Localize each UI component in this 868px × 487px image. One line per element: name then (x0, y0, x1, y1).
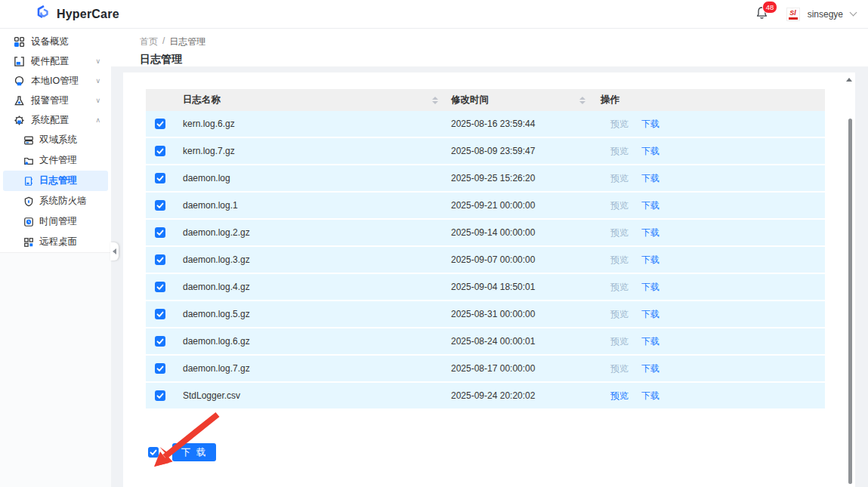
modified-time: 2025-09-04 18:50:01 (443, 282, 593, 292)
modified-time: 2025-08-09 23:59:47 (443, 146, 593, 156)
row-checkbox[interactable] (155, 227, 165, 238)
log-name: kern.log.6.gz (174, 119, 443, 129)
firewall-icon (23, 196, 34, 207)
chevron-down-icon: ∨ (95, 57, 100, 65)
log-name: daemon.log.3.gz (174, 254, 443, 265)
modified-time: 2025-08-16 23:59:44 (443, 119, 593, 129)
sidebar-subitem[interactable]: 双域系统 (3, 130, 108, 150)
download-link[interactable]: 下载 (641, 308, 659, 321)
log-manage-icon (23, 176, 34, 186)
app-title: HyperCare (57, 8, 119, 21)
sidebar-subitem[interactable]: 远程桌面 (3, 232, 108, 252)
download-link[interactable]: 下载 (641, 281, 659, 294)
chevron-down-icon: ∨ (95, 97, 100, 104)
table-row: daemon.log.6.gz2025-08-24 00:00:01预览下载 (146, 328, 825, 356)
log-name: daemon.log.6.gz (174, 336, 443, 347)
sidebar-item[interactable]: 硬件配置∨ (0, 51, 111, 71)
sidebar-menu: 设备概览硬件配置∨本地IO管理∨报警管理∨系统配置∧双域系统文件管理日志管理系统… (0, 29, 111, 252)
sidebar-collapse-handle[interactable] (110, 242, 119, 260)
download-link[interactable]: 下载 (641, 390, 659, 402)
sidebar-item[interactable]: 设备概览 (0, 32, 111, 51)
row-checkbox[interactable] (155, 200, 165, 211)
clock-icon (23, 217, 34, 227)
preview-link: 预览 (610, 308, 629, 321)
download-link[interactable]: 下载 (641, 172, 659, 185)
page-header: 首页 / 日志管理 日志管理 (111, 29, 868, 66)
row-checkbox[interactable] (155, 309, 165, 319)
table-row: kern.log.6.gz2025-08-16 23:59:44预览下载 (146, 111, 825, 138)
dual-domain-icon (23, 135, 34, 146)
top-bar: HyperCare 48 Sl sinsegye (0, 0, 868, 29)
username[interactable]: sinsegye (808, 9, 843, 20)
select-all-checkbox[interactable] (148, 447, 159, 458)
sidebar-subitem-label: 双域系统 (39, 134, 77, 146)
sidebar-subitem-active[interactable]: 日志管理 (3, 171, 108, 191)
row-checkbox[interactable] (155, 282, 165, 292)
download-button[interactable]: 下 载 (172, 443, 216, 461)
sidebar-subitem[interactable]: 系统防火墙 (3, 191, 108, 211)
table-row: daemon.log.2.gz2025-09-14 00:00:00预览下载 (146, 220, 825, 247)
sidebar-subitem-label: 日志管理 (39, 174, 77, 187)
sidebar-subitem-label: 系统防火墙 (39, 195, 87, 208)
sidebar-item-label: 本地IO管理 (31, 75, 79, 88)
sidebar-item[interactable]: 本地IO管理∨ (0, 71, 111, 91)
row-checkbox[interactable] (155, 390, 165, 401)
avatar[interactable]: Sl (786, 8, 800, 21)
row-checkbox[interactable] (155, 254, 165, 265)
download-link[interactable]: 下载 (641, 362, 659, 375)
preview-link: 预览 (610, 281, 629, 294)
download-link[interactable]: 下载 (641, 227, 659, 239)
sort-icon[interactable] (432, 97, 438, 104)
table-row: daemon.log.12025-09-21 00:00:00预览下载 (146, 193, 825, 220)
sidebar-subitem[interactable]: 时间管理 (3, 211, 108, 232)
log-table: 日志名称 修改时间 操作 kern.log.6.gz2025-08-16 23:… (146, 89, 825, 410)
row-checkbox[interactable] (155, 363, 165, 374)
preview-link[interactable]: 预览 (610, 390, 629, 402)
table-row: kern.log.7.gz2025-08-09 23:59:47预览下载 (146, 138, 825, 165)
page-title: 日志管理 (140, 53, 850, 66)
hardware-icon (14, 56, 25, 67)
modified-time: 2025-09-21 00:00:00 (443, 200, 593, 211)
sidebar-item-label: 硬件配置 (31, 55, 69, 68)
app-logo[interactable]: HyperCare (36, 5, 119, 23)
user-menu-chevron-icon[interactable] (850, 9, 857, 17)
row-checkbox[interactable] (155, 336, 165, 347)
scrollbar-up-arrow[interactable] (846, 78, 852, 82)
alarm-icon (14, 95, 25, 106)
row-checkbox[interactable] (155, 146, 165, 156)
modified-time: 2025-09-25 15:26:20 (443, 173, 593, 183)
download-link[interactable]: 下载 (641, 335, 659, 348)
sidebar-item[interactable]: 系统配置∧ (0, 110, 111, 130)
sidebar-filler (0, 252, 111, 487)
breadcrumb-home[interactable]: 首页 (140, 35, 158, 48)
sidebar-item[interactable]: 报警管理∨ (0, 91, 111, 110)
preview-link: 预览 (610, 362, 629, 375)
sidebar-subitem[interactable]: 文件管理 (3, 150, 108, 171)
log-name: daemon.log.5.gz (174, 309, 443, 319)
column-header-log-name[interactable]: 日志名称 (174, 94, 443, 106)
row-checkbox[interactable] (155, 173, 165, 183)
local-io-icon (14, 76, 25, 87)
table-body: kern.log.6.gz2025-08-16 23:59:44预览下载kern… (146, 111, 825, 410)
scrollbar-thumb[interactable] (848, 119, 852, 484)
modified-time: 2025-09-24 20:20:02 (443, 390, 593, 401)
download-link[interactable]: 下载 (641, 254, 659, 267)
preview-link: 预览 (610, 118, 629, 131)
main-content: 首页 / 日志管理 日志管理 日志名称 修改时间 操作 (111, 29, 868, 487)
table-row: daemon.log.3.gz2025-09-07 00:00:00预览下载 (146, 247, 825, 274)
download-link[interactable]: 下载 (641, 145, 659, 158)
modified-time: 2025-08-17 00:00:00 (443, 363, 593, 374)
preview-link: 预览 (610, 145, 629, 158)
sort-icon[interactable] (579, 97, 585, 104)
row-checkbox[interactable] (155, 119, 165, 129)
log-name: StdLogger.csv (174, 390, 443, 401)
log-name: kern.log.7.gz (174, 146, 443, 156)
notification-bell[interactable]: 48 (755, 6, 768, 23)
preview-link: 预览 (610, 172, 629, 185)
table-row: daemon.log.5.gz2025-08-31 00:00:00预览下载 (146, 301, 825, 328)
column-header-modified-time[interactable]: 修改时间 (443, 94, 593, 106)
sidebar-item-label: 报警管理 (31, 94, 69, 107)
download-link[interactable]: 下载 (641, 199, 659, 212)
grid-icon (14, 36, 25, 48)
download-link[interactable]: 下载 (641, 118, 659, 131)
